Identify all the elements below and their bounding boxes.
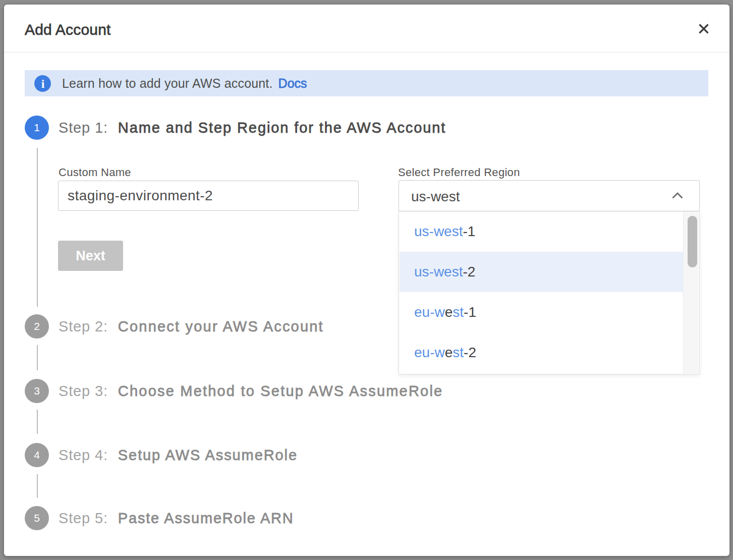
svg-text:i: i — [41, 77, 45, 90]
